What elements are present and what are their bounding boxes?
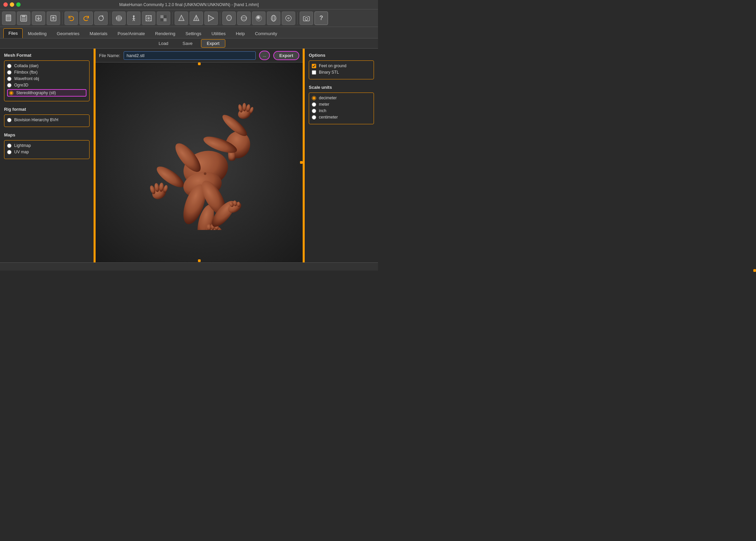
rig-format-label-bvh: Biovision Hierarchy BVH (14, 118, 58, 122)
mesh-format-radio-collada[interactable] (7, 64, 11, 68)
rig-format-radio-bvh[interactable] (7, 118, 11, 122)
head-view-button[interactable] (222, 11, 236, 25)
svg-line-16 (133, 19, 134, 21)
scale-radio-decimeter[interactable] (312, 96, 316, 100)
render-sphere-button[interactable] (252, 11, 266, 25)
viewport-canvas[interactable] (96, 62, 303, 262)
maps-option-uvmap[interactable]: UV map (7, 150, 86, 154)
option-feet-on-ground[interactable]: Feet on ground (312, 63, 371, 68)
wireframe-button[interactable] (142, 11, 155, 25)
right-panel: Options Feet on groundBinary STL Scale u… (304, 49, 378, 262)
mesh-format-radio-stl[interactable] (9, 91, 14, 95)
file-name-label: File Name: (99, 53, 120, 58)
options-title: Options (309, 53, 374, 58)
svg-point-39 (287, 17, 290, 20)
sphere-button[interactable] (237, 11, 251, 25)
human-figure (135, 95, 263, 230)
undo-button[interactable] (65, 11, 78, 25)
mesh-format-label-ogre3d: Ogre3D (14, 83, 28, 87)
toolbar: ? (0, 9, 378, 27)
camera-button[interactable] (300, 11, 313, 25)
mesh-format-option-stl[interactable]: Stereolithography (stl) (7, 89, 86, 97)
scale-unit-centimeter[interactable]: centimeter (312, 115, 371, 120)
sub-tab-load[interactable]: Load (153, 39, 174, 48)
sep2 (110, 12, 110, 24)
option-checkbox-feet-on-ground[interactable] (312, 64, 316, 68)
scroll-handle-top[interactable] (198, 62, 201, 65)
left-view-button[interactable] (190, 11, 203, 25)
mesh-format-option-obj[interactable]: Wavefront obj (7, 76, 86, 81)
maximize-button[interactable] (16, 2, 21, 7)
scale-unit-inch[interactable]: inch (312, 108, 371, 113)
option-label-feet-on-ground: Feet on ground (319, 63, 346, 68)
sep5 (297, 12, 298, 24)
nav-tab-help[interactable]: Help (231, 29, 250, 38)
help-button[interactable]: ? (314, 11, 328, 25)
mesh-format-title: Mesh Format (4, 53, 90, 58)
maps-radio-lightmap[interactable] (7, 144, 11, 148)
sub-tabs: LoadSaveExport (0, 38, 378, 49)
redo-button[interactable] (79, 11, 93, 25)
export-button[interactable]: Export (273, 51, 299, 60)
maps-section: Maps LightmapUV map (4, 132, 90, 159)
sub-tab-export[interactable]: Export (201, 39, 225, 48)
front-view-button[interactable] (175, 11, 188, 25)
scale-label-decimeter: decimeter (319, 96, 337, 100)
sub-tab-save[interactable]: Save (177, 39, 198, 48)
export-toolbar-button[interactable] (47, 11, 60, 25)
render2-button[interactable] (267, 11, 280, 25)
pose-button[interactable] (127, 11, 141, 25)
new-file-button[interactable] (2, 11, 16, 25)
scale-radio-meter[interactable] (312, 102, 316, 107)
minimize-button[interactable] (10, 2, 14, 7)
nav-tab-modelling[interactable]: Modelling (23, 29, 52, 38)
sep3 (172, 12, 173, 24)
close-button[interactable] (3, 2, 8, 7)
scale-unit-meter[interactable]: meter (312, 102, 371, 107)
svg-line-17 (134, 19, 135, 21)
mesh-format-radio-fbx[interactable] (7, 70, 11, 75)
nav-tabs: FilesModellingGeometriesMaterialsPose/An… (0, 27, 378, 38)
mesh-format-option-ogre3d[interactable]: Ogre3D (7, 83, 86, 87)
nav-tab-materials[interactable]: Materials (84, 29, 112, 38)
svg-point-12 (133, 15, 135, 17)
mesh-format-radio-obj[interactable] (7, 77, 11, 81)
mesh-format-option-collada[interactable]: Collada (dae) (7, 63, 86, 68)
window-controls (3, 2, 21, 7)
status-bar (0, 262, 378, 270)
nav-tab-utilities[interactable]: Utilities (206, 29, 231, 38)
rig-format-option-bvh[interactable]: Biovision Hierarchy BVH (7, 118, 86, 122)
svg-marker-30 (208, 15, 214, 21)
nav-tab-rendering[interactable]: Rendering (150, 29, 180, 38)
svg-point-36 (271, 15, 276, 21)
import-button[interactable] (32, 11, 45, 25)
scroll-handle-right[interactable] (300, 161, 303, 164)
scroll-handle-bottom[interactable] (198, 259, 201, 262)
scale-units-title: Scale units (309, 85, 374, 90)
render3-button[interactable] (282, 11, 295, 25)
scale-radio-centimeter[interactable] (312, 115, 316, 120)
scale-radio-inch[interactable] (312, 109, 316, 113)
maps-radio-uvmap[interactable] (7, 150, 11, 154)
scale-label-inch: inch (319, 108, 326, 113)
maps-option-lightmap[interactable]: Lightmap (7, 143, 86, 148)
right-view-button[interactable] (204, 11, 218, 25)
option-binary-stl[interactable]: Binary STL (312, 70, 371, 75)
scale-unit-decimeter[interactable]: decimeter (312, 96, 371, 100)
option-checkbox-binary-stl[interactable] (312, 70, 316, 75)
rotate-button[interactable] (94, 11, 108, 25)
nav-tab-geometries[interactable]: Geometries (52, 29, 84, 38)
nav-tab-pose-animate[interactable]: Pose/Animate (112, 29, 150, 38)
mesh-format-option-fbx[interactable]: Filmbox (fbx) (7, 70, 86, 75)
file-name-input[interactable] (124, 51, 256, 60)
mesh-view-button[interactable] (112, 11, 126, 25)
nav-tab-files[interactable]: Files (3, 28, 23, 38)
nav-tab-settings[interactable]: Settings (180, 29, 206, 38)
checkerboard-button[interactable] (157, 11, 170, 25)
browse-button[interactable]: ... (259, 51, 270, 60)
svg-rect-23 (160, 15, 163, 18)
mesh-format-box: Collada (dae)Filmbox (fbx)Wavefront objO… (4, 60, 90, 101)
mesh-format-radio-ogre3d[interactable] (7, 83, 11, 87)
save-file-button[interactable] (17, 11, 30, 25)
nav-tab-community[interactable]: Community (250, 29, 282, 38)
